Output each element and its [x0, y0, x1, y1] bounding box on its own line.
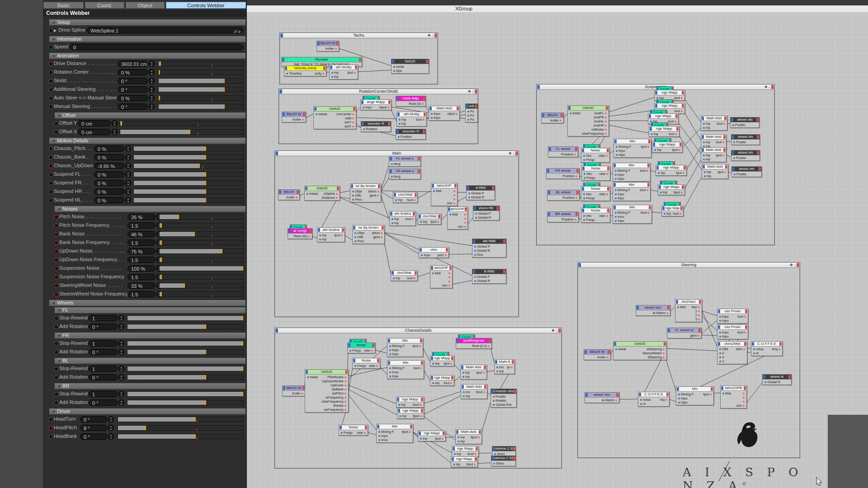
input-port[interactable]: Inpu — [614, 177, 630, 181]
output-port-dot[interactable] — [646, 170, 648, 172]
node-r_rm[interactable]: Escaleange MappInpuutput — [360, 99, 392, 110]
value-slider[interactable] — [133, 155, 243, 160]
output-port[interactable] — [742, 399, 745, 404]
input-port-dot[interactable] — [678, 398, 680, 399]
output-port-dot[interactable] — [450, 363, 452, 365]
input-port-dot[interactable] — [583, 219, 585, 221]
input-port-dot[interactable] — [660, 192, 662, 193]
output-port[interactable]: tput — [412, 344, 422, 348]
animation-dot[interactable] — [49, 71, 52, 74]
input-port-dot[interactable] — [378, 435, 380, 437]
input-port-dot[interactable] — [319, 239, 321, 240]
input-port[interactable]: Frequ — [583, 176, 595, 180]
input-port-dot[interactable] — [704, 171, 706, 173]
input-port[interactable]: Inp — [663, 211, 671, 216]
value-slider[interactable] — [158, 87, 243, 92]
node-e_wx1[interactable]: wheel xtoral Matrix — [636, 305, 670, 316]
animation-dot[interactable] — [49, 80, 52, 83]
output-port-dot[interactable] — [743, 401, 745, 403]
output-port[interactable]: itout — [467, 462, 476, 466]
input-port[interactable]: Inpu — [718, 334, 729, 338]
input-port[interactable]: Mixing F — [388, 366, 405, 370]
output-port[interactable]: tmq — [772, 347, 781, 351]
output-port-dot[interactable] — [615, 399, 617, 401]
value-field[interactable]: -9.95 % — [94, 163, 124, 169]
node-e_cof1[interactable]: C.O.F.F.E.Erotvamtmq — [751, 341, 783, 356]
output-port[interactable]: tout — [669, 132, 678, 136]
node-r_get[interactable]: GetUDinstanionCenterciddsetYsetX — [313, 106, 356, 129]
input-port[interactable]: Inp — [453, 452, 461, 456]
input-port[interactable]: Perc — [351, 197, 362, 202]
output-port[interactable]: troller — [292, 117, 305, 122]
slider-marker[interactable] — [161, 275, 162, 279]
node-e_wx2[interactable]: wheel xforal Matrix — [585, 392, 619, 403]
node-s_ma3[interactable]: Math:AddInpInptput — [701, 147, 726, 162]
value-slider[interactable] — [159, 283, 243, 288]
node-m_hp3[interactable]: atrix2HPMatctor — [430, 265, 453, 288]
input-port-dot[interactable] — [389, 371, 391, 373]
output-port[interactable]: 1 — [695, 309, 701, 313]
input-port-dot[interactable] — [615, 197, 617, 199]
output-port-dot[interactable] — [420, 415, 422, 417]
section-header-information[interactable]: ▼Information — [49, 36, 245, 42]
output-port-dot[interactable] — [483, 391, 485, 393]
input-port[interactable]: Mixing F — [614, 169, 630, 173]
value-slider[interactable] — [158, 104, 243, 109]
output-port[interactable]: oise — [599, 172, 609, 176]
input-port[interactable]: Inpu — [362, 105, 372, 109]
input-port-dot[interactable] — [496, 366, 498, 368]
slider-marker[interactable] — [205, 198, 206, 202]
node-s_x1[interactable]: MixMixing FInpuInputput — [613, 139, 651, 158]
node-s_n4[interactable]: EscaleNoiseVecFrequoise — [581, 208, 610, 223]
output-port[interactable]: 3 — [695, 317, 701, 321]
input-port-dot[interactable] — [615, 212, 617, 214]
animation-dot[interactable] — [49, 97, 52, 100]
animation-dot[interactable] — [55, 131, 58, 134]
input-port[interactable]: Positio — [492, 394, 511, 399]
input-port-dot[interactable] — [703, 159, 705, 160]
input-port[interactable]: Inpu — [615, 149, 631, 153]
output-port-dot[interactable] — [344, 389, 346, 390]
output-port[interactable]: tput — [674, 96, 684, 100]
output-port[interactable]: ndNoise — [591, 127, 608, 131]
node-s_br[interactable]: BR wheelPosition — [547, 211, 579, 222]
slider-marker[interactable] — [161, 292, 162, 296]
node-e_v2m[interactable]: ctors2MatOffsVVVatrix — [717, 341, 747, 364]
node-r_add[interactable]: Math:AddInpuInpuutput — [429, 106, 460, 121]
input-port[interactable]: Inp — [431, 381, 439, 385]
output-port-dot[interactable] — [450, 382, 452, 384]
input-port[interactable]: Inpu — [718, 314, 729, 319]
input-port[interactable]: V — [718, 359, 728, 363]
collapse-triangle-icon[interactable]: ▼ — [52, 139, 56, 143]
output-port[interactable]: seFrequency — [324, 408, 347, 412]
output-port[interactable]: tout — [407, 276, 416, 280]
output-port-dot[interactable] — [483, 372, 485, 374]
collapse-triangle-icon[interactable]: ▼ — [57, 309, 61, 313]
output-port-dot[interactable] — [302, 119, 304, 121]
input-port[interactable]: Inp — [318, 237, 326, 241]
tab-basic[interactable]: Basic — [43, 2, 84, 9]
output-port[interactable]: tout — [737, 314, 747, 319]
output-port[interactable]: endFR — [594, 115, 608, 119]
input-port-dot[interactable] — [703, 127, 705, 129]
output-port[interactable]: endHL — [594, 119, 608, 123]
input-port-dot[interactable] — [458, 436, 459, 438]
input-port-dot[interactable] — [584, 177, 585, 179]
slider-marker[interactable] — [242, 316, 243, 320]
input-port-dot[interactable] — [286, 73, 288, 75]
input-port-dot[interactable] — [474, 250, 476, 252]
output-port[interactable]: oise — [599, 154, 609, 158]
output-port[interactable]: troller — [292, 391, 304, 395]
input-port-dot[interactable] — [395, 199, 397, 201]
tab-controls-webber[interactable]: Controls Webber — [166, 2, 246, 9]
input-port[interactable]: Frequ — [354, 364, 366, 368]
output-port-dot[interactable] — [778, 348, 780, 350]
input-port-dot[interactable] — [583, 215, 585, 217]
value-slider[interactable] — [127, 315, 243, 321]
input-port-dot[interactable] — [732, 124, 734, 126]
output-port-dot[interactable] — [344, 401, 346, 403]
node-c_rm6[interactable]: nge MappInpitout — [452, 446, 479, 457]
node-s_x2[interactable]: MixMixing FInpuInputout — [613, 163, 651, 182]
input-port[interactable]: Mixing F — [377, 430, 394, 434]
input-port[interactable]: Spe — [392, 69, 404, 73]
